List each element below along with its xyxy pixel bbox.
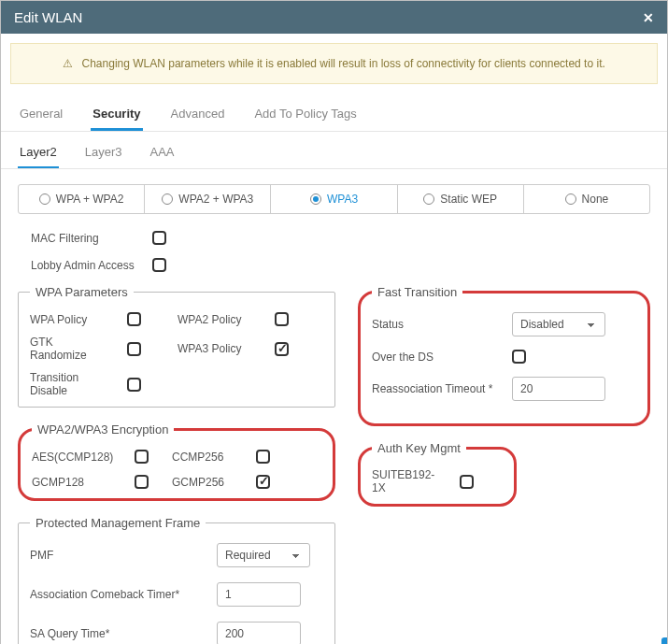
over-the-ds-label: Over the DS [372,351,512,364]
encryption-group: WPA2/WPA3 Encryption AES(CCMP128) CCMP25… [18,422,335,501]
suiteb192-1x-checkbox[interactable] [460,475,474,489]
transition-disable-label: Transition Disable [30,371,105,397]
ccmp256-checkbox[interactable] [256,450,270,464]
gcmp128-checkbox[interactable] [135,475,149,489]
radio-icon [39,193,50,205]
wpa2-policy-checkbox[interactable] [275,312,289,326]
aes-ccmp128-label: AES(CCMP128) [32,451,125,464]
sa-query-label: SA Query Time* [30,627,217,640]
mac-filtering-label: MAC Filtering [31,232,152,245]
wpa2-policy-label: WPA2 Policy [178,313,252,326]
lobby-admin-label: Lobby Admin Access [31,259,152,272]
transition-disable-checkbox[interactable] [127,378,141,392]
tab-general[interactable]: General [18,101,64,131]
suiteb192-1x-label: SUITEB192-1X [372,468,447,494]
main-tabs: General Security Advanced Add To Policy … [1,93,667,132]
assoc-comeback-label: Association Comeback Timer* [30,588,217,601]
tab-policy-tags[interactable]: Add To Policy Tags [252,101,358,131]
subtab-layer2[interactable]: Layer2 [18,141,59,168]
warning-banner: ⚠ Changing WLAN parameters while it is e… [10,43,658,84]
wpa-mode-wpa-wpa2[interactable]: WPA + WPA2 [19,185,145,213]
reassoc-timeout-input[interactable] [512,377,605,401]
sa-query-input[interactable] [217,622,301,644]
gcmp256-checkbox[interactable] [256,475,270,489]
warning-icon: ⚠ [63,57,73,70]
ft-status-select[interactable]: Disabled [512,312,605,336]
wpa-mode-static-wep[interactable]: Static WEP [398,185,524,213]
fast-transition-group: Fast Transition Status Disabled Over the… [358,285,650,426]
radio-icon [423,193,434,205]
tab-advanced[interactable]: Advanced [169,101,227,131]
mac-filtering-checkbox[interactable] [152,231,166,245]
radio-icon [565,193,576,205]
wpa-policy-label: WPA Policy [30,313,105,326]
fast-transition-legend: Fast Transition [372,285,462,299]
wpa-mode-selector: WPA + WPA2 WPA2 + WPA3 WPA3 Static WEP N… [18,184,650,214]
wpa3-policy-label: WPA3 Policy [178,342,252,355]
pmf-label: PMF [30,549,217,562]
sub-tabs: Layer2 Layer3 AAA [1,132,667,169]
ft-status-label: Status [372,318,512,331]
wpa-mode-wpa2-wpa3[interactable]: WPA2 + WPA3 [145,185,271,213]
scroll-accent [661,637,667,644]
gcmp256-label: GCMP256 [172,476,247,489]
lobby-admin-checkbox[interactable] [152,258,166,272]
auth-key-mgmt-group: Auth Key Mgmt SUITEB192-1X [358,441,517,507]
warning-text: Changing WLAN parameters while it is ena… [82,57,605,70]
pmf-select[interactable]: Required [217,543,310,567]
wpa-mode-none[interactable]: None [524,185,649,213]
subtab-layer3[interactable]: Layer3 [83,141,124,168]
ccmp256-label: CCMP256 [172,451,247,464]
gcmp128-label: GCMP128 [32,476,125,489]
gtk-randomize-label: GTK Randomize [30,336,105,362]
pmf-group: Protected Management Frame PMF Required … [18,516,335,644]
pmf-legend: Protected Management Frame [30,516,206,530]
radio-icon [162,193,173,205]
wpa-mode-wpa3[interactable]: WPA3 [271,185,397,213]
gtk-randomize-checkbox[interactable] [127,342,141,356]
aes-ccmp128-checkbox[interactable] [135,450,149,464]
auth-key-mgmt-legend: Auth Key Mgmt [372,441,466,455]
over-the-ds-checkbox[interactable] [512,350,526,364]
reassoc-timeout-label: Reassociation Timeout * [372,382,512,395]
wpa3-policy-checkbox[interactable] [275,342,289,356]
tab-security[interactable]: Security [91,101,142,131]
radio-icon [310,193,321,205]
modal-title: Edit WLAN [14,9,82,25]
encryption-legend: WPA2/WPA3 Encryption [32,422,174,436]
assoc-comeback-input[interactable] [217,582,301,607]
wpa-parameters-group: WPA Parameters WPA Policy WPA2 Policy GT… [18,285,335,408]
wpa-policy-checkbox[interactable] [127,312,141,326]
close-icon[interactable]: ✕ [643,10,654,25]
subtab-aaa[interactable]: AAA [149,141,177,168]
wpa-parameters-legend: WPA Parameters [30,285,134,299]
